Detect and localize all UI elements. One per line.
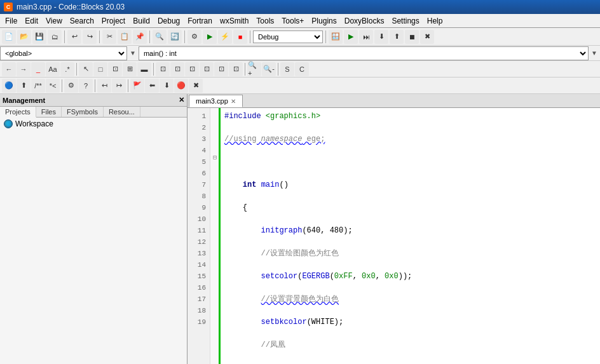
ed-btn5[interactable]: .* bbox=[60, 62, 74, 76]
ed-btn3[interactable]: _ bbox=[31, 62, 45, 76]
db-btn10[interactable]: ⬅ bbox=[145, 79, 159, 93]
menubar: FileEditViewSearchProjectBuildDebugFortr… bbox=[0, 14, 600, 28]
ed-btn6[interactable]: ↖ bbox=[79, 62, 93, 76]
db-btn13[interactable]: ✖ bbox=[189, 79, 203, 93]
workspace-icon: 🌐 bbox=[4, 119, 13, 128]
db-btn2[interactable]: ⬆ bbox=[17, 79, 31, 93]
edit-toolbar: ← → _ Aa .* ↖ □ ⊡ ⊞ ▬ ⊡ ⊡ ⊡ ⊡ ⊡ ⊡ 🔍+ 🔍- … bbox=[0, 61, 600, 78]
menu-item-fortran[interactable]: Fortran bbox=[184, 15, 216, 27]
ed-btn18[interactable]: 🔍- bbox=[262, 62, 276, 76]
menu-item-view[interactable]: View bbox=[42, 15, 66, 27]
menu-item-settings[interactable]: Settings bbox=[388, 15, 423, 27]
main-toolbar: 📄 📂 💾 🗂 ↩ ↪ ✂ 📋 📌 🔍 🔄 ⚙ ▶ ⚡ ■ Debug Rele… bbox=[0, 28, 600, 46]
sep9 bbox=[245, 63, 245, 76]
ed-btn14[interactable]: ⊡ bbox=[200, 62, 214, 76]
menu-item-plugins[interactable]: Plugins bbox=[308, 15, 340, 27]
menu-item-edit[interactable]: Edit bbox=[21, 15, 42, 27]
app-icon: C bbox=[4, 3, 13, 11]
ed-btn10[interactable]: ▬ bbox=[137, 62, 151, 76]
ed-btn4[interactable]: Aa bbox=[46, 62, 60, 76]
ed-btn16[interactable]: ⊡ bbox=[229, 62, 243, 76]
debug-next-btn[interactable]: ⏭ bbox=[359, 30, 373, 44]
redo-btn[interactable]: ↪ bbox=[83, 30, 97, 44]
menu-item-wxsmith[interactable]: wxSmith bbox=[216, 15, 252, 27]
tab-projects[interactable]: Projects bbox=[0, 107, 36, 118]
menu-item-project[interactable]: Project bbox=[98, 15, 129, 27]
sep10 bbox=[278, 63, 278, 76]
ed-btn2[interactable]: → bbox=[17, 62, 31, 76]
save-btn[interactable]: 💾 bbox=[32, 30, 46, 44]
debug-x-btn[interactable]: ✖ bbox=[420, 30, 434, 44]
cut-btn[interactable]: ✂ bbox=[102, 30, 116, 44]
undo-btn[interactable]: ↩ bbox=[67, 30, 81, 44]
menu-item-tools+[interactable]: Tools+ bbox=[278, 15, 308, 27]
panel-header: Management ✕ bbox=[0, 94, 187, 107]
sep4 bbox=[184, 30, 185, 43]
stop-btn[interactable]: ■ bbox=[233, 30, 247, 44]
code-panel: main3.cpp ✕ 12345 678910 1112131415 1617… bbox=[188, 94, 600, 364]
workspace-label: Workspace bbox=[15, 119, 53, 128]
ed-btn17[interactable]: 🔍+ bbox=[247, 62, 261, 76]
file-tabs: main3.cpp ✕ bbox=[188, 94, 600, 108]
paste-btn[interactable]: 📌 bbox=[133, 30, 147, 44]
ed-btn20[interactable]: C bbox=[295, 62, 309, 76]
ed-btn8[interactable]: ⊡ bbox=[108, 62, 122, 76]
build-run-btn[interactable]: ⚡ bbox=[218, 30, 232, 44]
ed-btn13[interactable]: ⊡ bbox=[185, 62, 199, 76]
fold-arrow[interactable]: ⊟ bbox=[211, 154, 219, 161]
left-panel: Management ✕ Projects Files FSymbols Res… bbox=[0, 94, 188, 364]
selector-sep: ▼ bbox=[127, 50, 139, 57]
tab-fsymbols[interactable]: FSymbols bbox=[62, 107, 104, 117]
menu-item-help[interactable]: Help bbox=[423, 15, 447, 27]
tab-resources[interactable]: Resou... bbox=[104, 107, 140, 117]
titlebar: C main3.cpp - Code::Blocks 20.03 bbox=[0, 0, 600, 14]
file-tab-close[interactable]: ✕ bbox=[231, 98, 236, 105]
tab-files[interactable]: Files bbox=[36, 107, 62, 117]
ed-btn1[interactable]: ← bbox=[2, 62, 16, 76]
sep7 bbox=[76, 63, 77, 76]
run-btn[interactable]: ▶ bbox=[203, 30, 217, 44]
db-btn11[interactable]: ⬇ bbox=[160, 79, 174, 93]
db-btn12[interactable]: 🔴 bbox=[174, 79, 188, 93]
ed-btn19[interactable]: S bbox=[280, 62, 294, 76]
function-selector[interactable]: main() : int bbox=[139, 46, 589, 60]
ed-btn9[interactable]: ⊞ bbox=[123, 62, 137, 76]
code-content[interactable]: #include <graphics.h> //using namespace … bbox=[221, 108, 600, 364]
settings-btn[interactable]: ⚙ bbox=[188, 30, 201, 44]
workspace-item[interactable]: 🌐 Workspace bbox=[0, 118, 187, 130]
debug-run-btn[interactable]: ▶ bbox=[344, 30, 358, 44]
db-btn3[interactable]: /** bbox=[31, 79, 45, 93]
new-btn[interactable]: 📄 bbox=[2, 30, 16, 44]
menu-item-tools[interactable]: Tools bbox=[252, 15, 278, 27]
open-btn[interactable]: 📂 bbox=[17, 30, 31, 44]
scope-selector[interactable]: <global> bbox=[0, 46, 127, 60]
db-btn5[interactable]: ⚙ bbox=[64, 79, 78, 93]
db-btn1[interactable]: 🔵 bbox=[2, 79, 16, 93]
db-btn8[interactable]: ↦ bbox=[112, 79, 126, 93]
copy-btn[interactable]: 📋 bbox=[118, 30, 132, 44]
debug-windows-btn[interactable]: 🪟 bbox=[329, 30, 343, 44]
file-tab-main3[interactable]: main3.cpp ✕ bbox=[189, 95, 243, 107]
debug-stop-btn[interactable]: ⏹ bbox=[405, 30, 419, 44]
db-btn9[interactable]: 🚩 bbox=[130, 79, 144, 93]
panel-close[interactable]: ✕ bbox=[179, 96, 184, 104]
ed-btn11[interactable]: ⊡ bbox=[156, 62, 170, 76]
db-btn7[interactable]: ↤ bbox=[97, 79, 111, 93]
debug-step-out-btn[interactable]: ⬆ bbox=[390, 30, 404, 44]
ed-btn7[interactable]: □ bbox=[93, 62, 107, 76]
debug-step-btn[interactable]: ⬇ bbox=[374, 30, 388, 44]
save-all-btn[interactable]: 🗂 bbox=[48, 30, 62, 44]
menu-item-doxyblocks[interactable]: DoxyBlocks bbox=[341, 15, 388, 27]
db-btn4[interactable]: *< bbox=[46, 79, 60, 93]
menu-item-search[interactable]: Search bbox=[66, 15, 98, 27]
menu-item-file[interactable]: File bbox=[1, 15, 21, 27]
ed-btn12[interactable]: ⊡ bbox=[170, 62, 184, 76]
find-btn[interactable]: 🔍 bbox=[153, 30, 167, 44]
menu-item-build[interactable]: Build bbox=[129, 15, 154, 27]
build-target-combo[interactable]: Debug Release bbox=[253, 30, 323, 43]
menu-item-debug[interactable]: Debug bbox=[154, 15, 184, 27]
sep13 bbox=[128, 79, 128, 92]
ed-btn15[interactable]: ⊡ bbox=[214, 62, 228, 76]
replace-btn[interactable]: 🔄 bbox=[168, 30, 182, 44]
db-btn6[interactable]: ? bbox=[79, 79, 93, 93]
